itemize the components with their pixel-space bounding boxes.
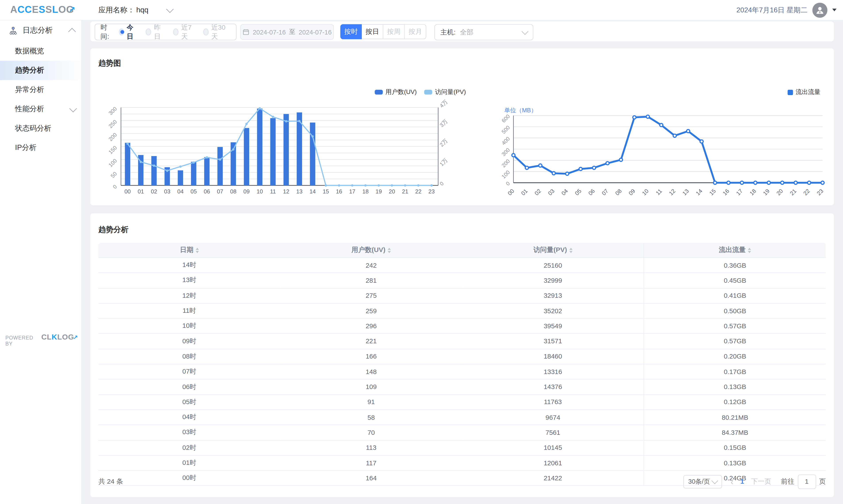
page-size-select[interactable]: 30条/页 (683, 475, 722, 488)
table-cell: 0.13GB (644, 379, 826, 395)
table-cell: 0.57GB (644, 319, 826, 334)
sidebar-item-异常分析[interactable]: 异常分析 (0, 80, 81, 100)
svg-text:12: 12 (283, 188, 289, 195)
prev-page-button[interactable]: ‹ (731, 477, 733, 486)
granularity-button-按日[interactable]: 按日 (362, 24, 383, 39)
sidebar: 日志分析 数据概览趋势分析异常分析性能分析状态码分析IP分析 POWERED B… (0, 20, 82, 504)
svg-text:04: 04 (560, 188, 569, 197)
sidebar-item-性能分析[interactable]: 性能分析 (0, 100, 81, 119)
table-cell: 03时 (99, 425, 280, 440)
table-cell: 12时 (99, 288, 280, 303)
chevron-down-icon (522, 28, 528, 35)
table-cell: 05时 (99, 395, 280, 410)
chevron-up-icon (68, 28, 76, 35)
table-cell: 109 (280, 379, 462, 395)
page-size-value: 30条/页 (688, 477, 710, 486)
table-cell: 0.13GB (644, 455, 826, 471)
column-label: 流出流量 (719, 246, 746, 255)
trend-chart-card: 趋势图 用户数(UV) 访问量(PV) 流出流量 单位（MB） 05010015… (90, 49, 834, 205)
date-end: 2024-07-16 (299, 28, 332, 36)
svg-text:150: 150 (107, 145, 118, 155)
table-cell: 58 (280, 410, 462, 425)
avatar-caret-icon[interactable] (832, 8, 836, 11)
svg-text:23: 23 (815, 188, 824, 197)
svg-text:4万: 4万 (439, 98, 449, 109)
table-row: 01时117120610.13GB (99, 455, 826, 471)
svg-text:08: 08 (614, 188, 623, 197)
granularity-button-按周[interactable]: 按周 (383, 24, 405, 39)
table-cell: 11时 (99, 303, 280, 319)
user-icon (815, 5, 825, 15)
table-cell: 13316 (462, 364, 644, 379)
table-cell: 12061 (462, 455, 644, 471)
app-name-select[interactable]: 应用名称： hqq (99, 0, 173, 20)
table-cell: 04时 (99, 410, 280, 425)
sidebar-item-label: 异常分析 (15, 85, 76, 95)
table-cell: 07时 (99, 364, 280, 379)
svg-text:05: 05 (574, 188, 582, 197)
time-radio-昨日[interactable]: 昨日 (146, 23, 164, 41)
logo-letter: C (25, 4, 32, 15)
svg-text:19: 19 (375, 188, 382, 195)
logo-arrow-icon: ↗ (69, 4, 76, 16)
goto-page-input[interactable] (798, 474, 816, 489)
sidebar-item-趋势分析[interactable]: 趋势分析 (0, 61, 81, 80)
table-cell: 35202 (462, 303, 644, 319)
svg-text:0: 0 (112, 183, 118, 190)
date-range-picker[interactable]: 2024-07-16 至 2024-07-16 (240, 24, 334, 40)
table-cell: 32999 (462, 273, 644, 288)
table-row: 14时242251600.36GB (99, 258, 826, 273)
sort-caret-icon[interactable] (569, 248, 573, 253)
table-cell: 221 (280, 334, 462, 349)
granularity-button-按月[interactable]: 按月 (405, 24, 426, 39)
host-select[interactable]: 主机: 全部 (434, 24, 533, 40)
table-cell: 117 (280, 455, 462, 471)
app-root: ACCESSLOG ↗ 应用名称： hqq 2024年7月16日 星期二 (0, 0, 843, 504)
sidebar-item-IP分析[interactable]: IP分析 (0, 138, 81, 158)
table-cell: 7561 (462, 425, 644, 440)
table-cell: 0.50GB (644, 303, 826, 319)
sidebar-item-label: 数据概览 (15, 46, 76, 56)
time-radio-今日[interactable]: 今日 (119, 23, 137, 41)
chevron-down-icon (712, 477, 718, 484)
svg-text:300: 300 (107, 106, 118, 116)
table-row: 10时296395490.57GB (99, 319, 826, 334)
time-range-group: 时间: 今日昨日近7天近30天 (95, 24, 236, 40)
column-header-访问量(PV)[interactable]: 访问量(PV) (462, 243, 644, 258)
radio-icon (203, 29, 209, 36)
svg-text:09: 09 (244, 188, 250, 195)
table-cell: 80.21MB (644, 410, 826, 425)
table-cell: 02时 (99, 440, 280, 455)
svg-text:16: 16 (722, 188, 731, 197)
host-value: 全部 (460, 28, 523, 37)
column-header-日期[interactable]: 日期 (99, 243, 280, 258)
svg-text:07: 07 (217, 188, 223, 195)
logo-letter: O (58, 4, 66, 15)
time-radio-近7天[interactable]: 近7天 (173, 23, 194, 41)
sort-caret-icon[interactable] (388, 248, 391, 253)
trend-table: 日期用户数(UV)访问量(PV)流出流量 14时242251600.36GB13… (99, 243, 826, 486)
pagination-bar: 共 24 条 30条/页 ‹ 1 下一页 前往 页 (99, 474, 826, 488)
column-header-流出流量[interactable]: 流出流量 (644, 243, 826, 258)
table-cell: 39549 (462, 319, 644, 334)
next-page-button[interactable]: 下一页 (751, 477, 771, 486)
sort-caret-icon[interactable] (748, 248, 751, 253)
svg-text:01: 01 (520, 188, 529, 197)
granularity-button-group: 按时按日按周按月 (340, 24, 426, 39)
granularity-button-按时[interactable]: 按时 (340, 24, 362, 39)
user-avatar[interactable] (812, 2, 827, 17)
table-row: 11时259352020.50GB (99, 303, 826, 319)
table-cell: 281 (280, 273, 462, 288)
sidebar-item-状态码分析[interactable]: 状态码分析 (0, 119, 81, 138)
svg-text:100: 100 (107, 158, 118, 168)
sort-caret-icon[interactable] (195, 248, 199, 253)
sidebar-item-数据概览[interactable]: 数据概览 (0, 41, 81, 61)
powered-by-footer: POWERED BY CLKLOG ↗ (5, 333, 78, 347)
column-header-用户数(UV)[interactable]: 用户数(UV) (280, 243, 462, 258)
time-label: 时间: (101, 23, 113, 41)
time-radio-近30天[interactable]: 近30天 (203, 23, 227, 41)
table-cell: 32913 (462, 288, 644, 303)
radio-icon (119, 29, 124, 36)
sidebar-section-log-analysis[interactable]: 日志分析 (0, 20, 81, 41)
current-page-button[interactable]: 1 (739, 478, 745, 485)
